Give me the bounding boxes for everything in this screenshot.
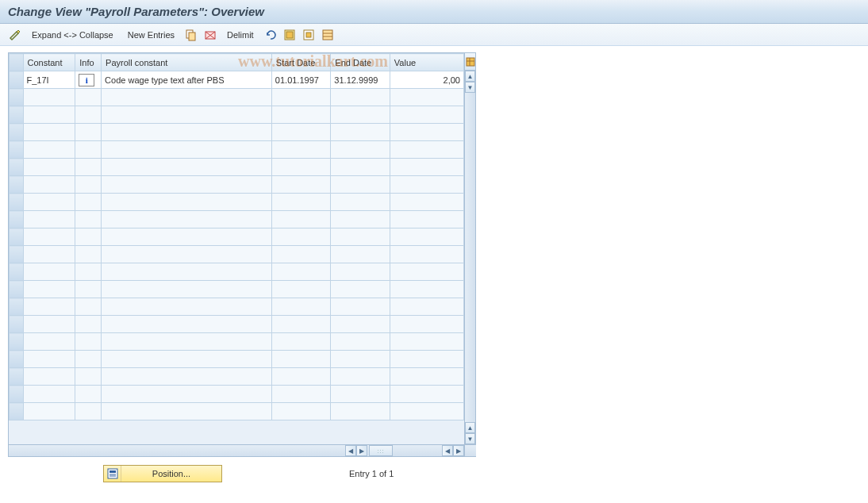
cell-empty[interactable]	[102, 124, 272, 141]
cell-constant[interactable]: F_17I	[23, 71, 75, 89]
cell-empty[interactable]	[23, 368, 75, 386]
cell-start-date[interactable]: 01.01.1997	[271, 71, 331, 89]
cell-empty[interactable]	[271, 159, 331, 176]
table-configure-icon[interactable]	[465, 53, 475, 71]
cell-empty[interactable]	[331, 316, 390, 333]
row-select-handle[interactable]	[10, 298, 24, 316]
scroll-down2-icon[interactable]: ▼	[465, 433, 475, 444]
cell-empty[interactable]	[331, 298, 390, 316]
cell-empty[interactable]	[102, 159, 272, 176]
scroll-up2-icon[interactable]: ▲	[465, 422, 475, 433]
deselect-all-icon[interactable]	[301, 28, 316, 42]
expand-collapse-button[interactable]: Expand <-> Collapse	[27, 29, 118, 41]
cell-empty[interactable]	[331, 386, 390, 403]
cell-empty[interactable]	[271, 141, 331, 159]
cell-empty[interactable]	[23, 386, 75, 403]
cell-empty[interactable]	[102, 386, 272, 403]
scroll-right2-icon[interactable]: ▶	[453, 445, 464, 456]
cell-empty[interactable]	[390, 403, 463, 420]
cell-empty[interactable]	[271, 194, 331, 211]
position-button[interactable]: Position...	[103, 465, 222, 482]
row-select-handle[interactable]	[10, 263, 24, 281]
cell-empty[interactable]	[390, 176, 463, 194]
hscroll-thumb[interactable]: :::	[369, 445, 393, 456]
cell-empty[interactable]	[390, 106, 463, 124]
cell-empty[interactable]	[331, 159, 390, 176]
cell-empty[interactable]	[390, 141, 463, 159]
cell-empty[interactable]	[23, 211, 75, 228]
cell-empty[interactable]	[271, 403, 331, 420]
copy-icon[interactable]	[184, 28, 198, 42]
cell-empty[interactable]	[102, 89, 272, 106]
cell-empty[interactable]	[271, 333, 331, 351]
scroll-left-icon[interactable]: ◀	[345, 445, 356, 456]
cell-empty[interactable]	[390, 351, 463, 368]
cell-empty[interactable]	[102, 211, 272, 228]
table-settings-icon[interactable]	[321, 28, 335, 42]
cell-empty[interactable]	[271, 351, 331, 368]
cell-empty[interactable]	[390, 368, 463, 386]
row-select-handle[interactable]	[10, 403, 24, 420]
cell-empty[interactable]	[271, 211, 331, 228]
cell-empty[interactable]	[331, 194, 390, 211]
cell-empty[interactable]	[102, 403, 272, 420]
row-select-handle[interactable]	[10, 159, 24, 176]
cell-empty[interactable]	[390, 316, 463, 333]
col-header-start-date[interactable]: Start Date	[271, 54, 331, 71]
row-select-handle[interactable]	[10, 333, 24, 351]
cell-empty[interactable]	[102, 333, 272, 351]
cell-empty[interactable]	[331, 263, 390, 281]
cell-empty[interactable]	[331, 89, 390, 106]
cell-empty[interactable]	[23, 316, 75, 333]
row-select-handle[interactable]	[10, 351, 24, 368]
row-select-handle[interactable]	[10, 246, 24, 263]
cell-empty[interactable]	[271, 176, 331, 194]
cell-empty[interactable]	[23, 263, 75, 281]
new-entries-button[interactable]: New Entries	[123, 29, 179, 41]
cell-empty[interactable]	[271, 89, 331, 106]
cell-empty[interactable]	[390, 333, 463, 351]
cell-empty[interactable]	[23, 228, 75, 246]
info-icon[interactable]: i	[79, 74, 94, 86]
cell-empty[interactable]	[271, 386, 331, 403]
select-all-icon[interactable]	[282, 28, 297, 42]
cell-empty[interactable]	[331, 368, 390, 386]
row-select-handle[interactable]	[10, 106, 24, 124]
cell-empty[interactable]	[271, 368, 331, 386]
scroll-left2-icon[interactable]: ◀	[442, 445, 453, 456]
cell-empty[interactable]	[23, 106, 75, 124]
cell-empty[interactable]	[390, 159, 463, 176]
cell-empty[interactable]	[102, 368, 272, 386]
cell-empty[interactable]	[271, 281, 331, 298]
cell-empty[interactable]	[271, 228, 331, 246]
cell-empty[interactable]	[271, 124, 331, 141]
cell-empty[interactable]	[102, 194, 272, 211]
col-header-payroll-constant[interactable]: Payroll constant	[102, 54, 272, 71]
undo-icon[interactable]	[263, 28, 278, 42]
cell-empty[interactable]	[331, 281, 390, 298]
row-select-handle[interactable]	[10, 124, 24, 141]
cell-empty[interactable]	[23, 403, 75, 420]
cell-empty[interactable]	[23, 246, 75, 263]
cell-empty[interactable]	[390, 228, 463, 246]
scroll-right-icon[interactable]: ▶	[356, 445, 367, 456]
toggle-change-icon[interactable]	[8, 28, 22, 42]
cell-empty[interactable]	[23, 351, 75, 368]
cell-empty[interactable]	[390, 246, 463, 263]
delimit-button[interactable]: Delimit	[222, 29, 259, 41]
row-select-handle[interactable]	[10, 141, 24, 159]
cell-empty[interactable]	[331, 106, 390, 124]
cell-empty[interactable]	[390, 386, 463, 403]
delete-icon[interactable]	[203, 28, 217, 42]
cell-empty[interactable]	[23, 194, 75, 211]
cell-empty[interactable]	[23, 281, 75, 298]
row-select-handle[interactable]	[10, 194, 24, 211]
row-select-handle[interactable]	[10, 71, 24, 89]
cell-empty[interactable]	[102, 351, 272, 368]
cell-empty[interactable]	[102, 176, 272, 194]
cell-empty[interactable]	[23, 141, 75, 159]
cell-empty[interactable]	[102, 316, 272, 333]
cell-empty[interactable]	[331, 351, 390, 368]
cell-empty[interactable]	[23, 89, 75, 106]
cell-empty[interactable]	[390, 281, 463, 298]
